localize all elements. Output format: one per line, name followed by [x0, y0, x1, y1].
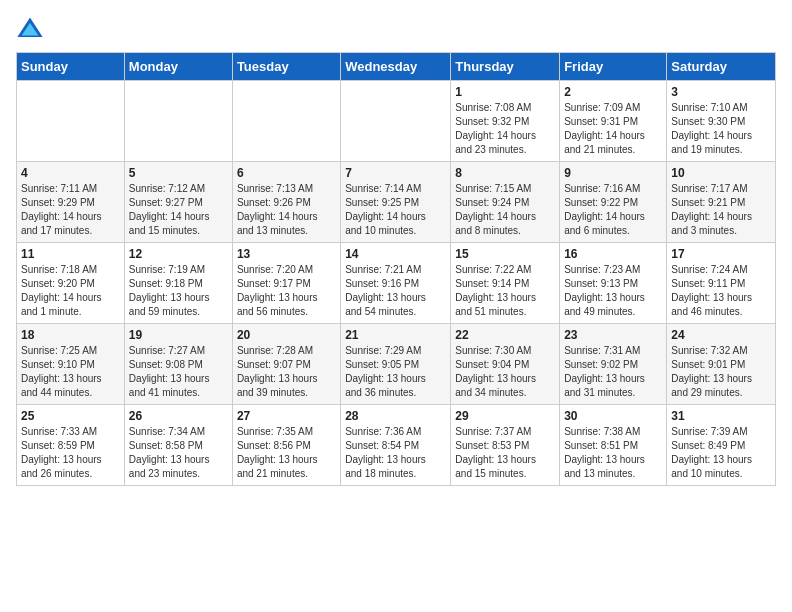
- day-info: Sunrise: 7:08 AM Sunset: 9:32 PM Dayligh…: [455, 101, 555, 157]
- day-number: 18: [21, 328, 120, 342]
- day-info: Sunrise: 7:09 AM Sunset: 9:31 PM Dayligh…: [564, 101, 662, 157]
- calendar-cell: 13Sunrise: 7:20 AM Sunset: 9:17 PM Dayli…: [232, 243, 340, 324]
- calendar-cell: 4Sunrise: 7:11 AM Sunset: 9:29 PM Daylig…: [17, 162, 125, 243]
- logo-icon: [16, 16, 44, 44]
- calendar-cell: 29Sunrise: 7:37 AM Sunset: 8:53 PM Dayli…: [451, 405, 560, 486]
- day-info: Sunrise: 7:11 AM Sunset: 9:29 PM Dayligh…: [21, 182, 120, 238]
- day-number: 31: [671, 409, 771, 423]
- day-info: Sunrise: 7:12 AM Sunset: 9:27 PM Dayligh…: [129, 182, 228, 238]
- calendar-cell: 19Sunrise: 7:27 AM Sunset: 9:08 PM Dayli…: [124, 324, 232, 405]
- day-info: Sunrise: 7:39 AM Sunset: 8:49 PM Dayligh…: [671, 425, 771, 481]
- calendar-cell: 14Sunrise: 7:21 AM Sunset: 9:16 PM Dayli…: [341, 243, 451, 324]
- day-number: 23: [564, 328, 662, 342]
- day-info: Sunrise: 7:23 AM Sunset: 9:13 PM Dayligh…: [564, 263, 662, 319]
- day-info: Sunrise: 7:17 AM Sunset: 9:21 PM Dayligh…: [671, 182, 771, 238]
- day-info: Sunrise: 7:30 AM Sunset: 9:04 PM Dayligh…: [455, 344, 555, 400]
- day-info: Sunrise: 7:21 AM Sunset: 9:16 PM Dayligh…: [345, 263, 446, 319]
- day-number: 10: [671, 166, 771, 180]
- day-number: 9: [564, 166, 662, 180]
- day-number: 17: [671, 247, 771, 261]
- day-number: 26: [129, 409, 228, 423]
- calendar-cell: 12Sunrise: 7:19 AM Sunset: 9:18 PM Dayli…: [124, 243, 232, 324]
- day-info: Sunrise: 7:37 AM Sunset: 8:53 PM Dayligh…: [455, 425, 555, 481]
- day-info: Sunrise: 7:34 AM Sunset: 8:58 PM Dayligh…: [129, 425, 228, 481]
- day-number: 11: [21, 247, 120, 261]
- calendar-header-thursday: Thursday: [451, 53, 560, 81]
- day-info: Sunrise: 7:13 AM Sunset: 9:26 PM Dayligh…: [237, 182, 336, 238]
- day-info: Sunrise: 7:28 AM Sunset: 9:07 PM Dayligh…: [237, 344, 336, 400]
- day-number: 19: [129, 328, 228, 342]
- calendar-header-tuesday: Tuesday: [232, 53, 340, 81]
- day-info: Sunrise: 7:20 AM Sunset: 9:17 PM Dayligh…: [237, 263, 336, 319]
- calendar-cell: 11Sunrise: 7:18 AM Sunset: 9:20 PM Dayli…: [17, 243, 125, 324]
- day-number: 30: [564, 409, 662, 423]
- calendar-cell: 8Sunrise: 7:15 AM Sunset: 9:24 PM Daylig…: [451, 162, 560, 243]
- day-info: Sunrise: 7:15 AM Sunset: 9:24 PM Dayligh…: [455, 182, 555, 238]
- day-info: Sunrise: 7:14 AM Sunset: 9:25 PM Dayligh…: [345, 182, 446, 238]
- calendar-cell: 21Sunrise: 7:29 AM Sunset: 9:05 PM Dayli…: [341, 324, 451, 405]
- calendar-cell: 9Sunrise: 7:16 AM Sunset: 9:22 PM Daylig…: [560, 162, 667, 243]
- week-row-3: 11Sunrise: 7:18 AM Sunset: 9:20 PM Dayli…: [17, 243, 776, 324]
- day-info: Sunrise: 7:33 AM Sunset: 8:59 PM Dayligh…: [21, 425, 120, 481]
- calendar-cell: 22Sunrise: 7:30 AM Sunset: 9:04 PM Dayli…: [451, 324, 560, 405]
- calendar-cell: 20Sunrise: 7:28 AM Sunset: 9:07 PM Dayli…: [232, 324, 340, 405]
- day-number: 29: [455, 409, 555, 423]
- day-number: 20: [237, 328, 336, 342]
- day-info: Sunrise: 7:35 AM Sunset: 8:56 PM Dayligh…: [237, 425, 336, 481]
- day-number: 24: [671, 328, 771, 342]
- calendar-header-saturday: Saturday: [667, 53, 776, 81]
- week-row-5: 25Sunrise: 7:33 AM Sunset: 8:59 PM Dayli…: [17, 405, 776, 486]
- day-info: Sunrise: 7:25 AM Sunset: 9:10 PM Dayligh…: [21, 344, 120, 400]
- calendar: SundayMondayTuesdayWednesdayThursdayFrid…: [16, 52, 776, 486]
- day-info: Sunrise: 7:22 AM Sunset: 9:14 PM Dayligh…: [455, 263, 555, 319]
- calendar-cell: 7Sunrise: 7:14 AM Sunset: 9:25 PM Daylig…: [341, 162, 451, 243]
- day-number: 15: [455, 247, 555, 261]
- header-row: SundayMondayTuesdayWednesdayThursdayFrid…: [17, 53, 776, 81]
- calendar-cell: [341, 81, 451, 162]
- calendar-cell: [17, 81, 125, 162]
- calendar-cell: 24Sunrise: 7:32 AM Sunset: 9:01 PM Dayli…: [667, 324, 776, 405]
- week-row-2: 4Sunrise: 7:11 AM Sunset: 9:29 PM Daylig…: [17, 162, 776, 243]
- calendar-cell: 23Sunrise: 7:31 AM Sunset: 9:02 PM Dayli…: [560, 324, 667, 405]
- day-number: 13: [237, 247, 336, 261]
- calendar-cell: 3Sunrise: 7:10 AM Sunset: 9:30 PM Daylig…: [667, 81, 776, 162]
- day-number: 27: [237, 409, 336, 423]
- day-number: 3: [671, 85, 771, 99]
- header: [16, 16, 776, 44]
- day-info: Sunrise: 7:19 AM Sunset: 9:18 PM Dayligh…: [129, 263, 228, 319]
- calendar-header-friday: Friday: [560, 53, 667, 81]
- day-info: Sunrise: 7:27 AM Sunset: 9:08 PM Dayligh…: [129, 344, 228, 400]
- day-info: Sunrise: 7:24 AM Sunset: 9:11 PM Dayligh…: [671, 263, 771, 319]
- day-info: Sunrise: 7:10 AM Sunset: 9:30 PM Dayligh…: [671, 101, 771, 157]
- calendar-cell: 30Sunrise: 7:38 AM Sunset: 8:51 PM Dayli…: [560, 405, 667, 486]
- calendar-cell: 15Sunrise: 7:22 AM Sunset: 9:14 PM Dayli…: [451, 243, 560, 324]
- calendar-header-sunday: Sunday: [17, 53, 125, 81]
- day-number: 6: [237, 166, 336, 180]
- day-number: 16: [564, 247, 662, 261]
- day-number: 7: [345, 166, 446, 180]
- day-number: 22: [455, 328, 555, 342]
- logo: [16, 16, 48, 44]
- calendar-cell: 31Sunrise: 7:39 AM Sunset: 8:49 PM Dayli…: [667, 405, 776, 486]
- day-number: 4: [21, 166, 120, 180]
- calendar-cell: 2Sunrise: 7:09 AM Sunset: 9:31 PM Daylig…: [560, 81, 667, 162]
- day-info: Sunrise: 7:32 AM Sunset: 9:01 PM Dayligh…: [671, 344, 771, 400]
- calendar-cell: 18Sunrise: 7:25 AM Sunset: 9:10 PM Dayli…: [17, 324, 125, 405]
- day-number: 28: [345, 409, 446, 423]
- day-info: Sunrise: 7:18 AM Sunset: 9:20 PM Dayligh…: [21, 263, 120, 319]
- day-info: Sunrise: 7:36 AM Sunset: 8:54 PM Dayligh…: [345, 425, 446, 481]
- day-number: 25: [21, 409, 120, 423]
- week-row-1: 1Sunrise: 7:08 AM Sunset: 9:32 PM Daylig…: [17, 81, 776, 162]
- calendar-cell: 26Sunrise: 7:34 AM Sunset: 8:58 PM Dayli…: [124, 405, 232, 486]
- calendar-header-wednesday: Wednesday: [341, 53, 451, 81]
- day-info: Sunrise: 7:38 AM Sunset: 8:51 PM Dayligh…: [564, 425, 662, 481]
- calendar-cell: 17Sunrise: 7:24 AM Sunset: 9:11 PM Dayli…: [667, 243, 776, 324]
- calendar-cell: [124, 81, 232, 162]
- day-number: 14: [345, 247, 446, 261]
- day-number: 21: [345, 328, 446, 342]
- calendar-header-monday: Monday: [124, 53, 232, 81]
- calendar-cell: 5Sunrise: 7:12 AM Sunset: 9:27 PM Daylig…: [124, 162, 232, 243]
- day-info: Sunrise: 7:16 AM Sunset: 9:22 PM Dayligh…: [564, 182, 662, 238]
- day-number: 1: [455, 85, 555, 99]
- week-row-4: 18Sunrise: 7:25 AM Sunset: 9:10 PM Dayli…: [17, 324, 776, 405]
